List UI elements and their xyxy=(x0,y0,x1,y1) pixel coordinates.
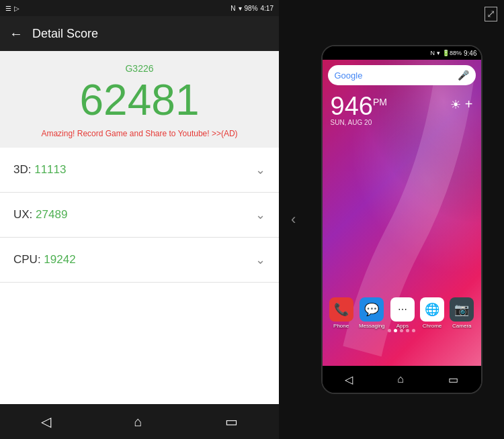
clock-hour: 9 xyxy=(331,92,345,120)
nav-home[interactable]: ⌂ xyxy=(134,414,142,430)
score-area: G3226 62481 Amazing! Record Game and Sha… xyxy=(0,51,279,148)
phone-battery-icon: 🔋88% xyxy=(442,50,462,56)
status-bar: ☰ ▷ N ▾ 98% 4:17 xyxy=(0,0,279,16)
phone-nfc-icon: N xyxy=(431,50,435,56)
back-button[interactable]: ← xyxy=(9,26,23,42)
chrome-icon: 🌐 xyxy=(420,297,444,322)
phone-nav-recent[interactable]: ▭ xyxy=(448,373,458,386)
google-search-bar[interactable]: Google 🎤 xyxy=(328,65,476,85)
ad-banner[interactable]: Amazing! Record Game and Share to Youtub… xyxy=(41,129,237,138)
phone-nav-home[interactable]: ⌂ xyxy=(397,373,404,385)
chevron-cpu: ⌄ xyxy=(255,252,265,267)
apps-icon: ⋯ xyxy=(390,297,415,322)
phone-icon: 📞 xyxy=(329,297,353,322)
time-display: 4:17 xyxy=(261,5,274,12)
battery-text: 98% xyxy=(245,5,258,12)
messaging-icon: 💬 xyxy=(360,297,384,322)
phone-label: Phone xyxy=(333,323,349,329)
chevron-3d: ⌄ xyxy=(255,162,265,177)
app-camera[interactable]: 📷 Camera xyxy=(450,297,474,329)
score-item-ux[interactable]: UX: 27489 ⌄ xyxy=(0,193,279,238)
nav-recent[interactable]: ▭ xyxy=(225,413,238,430)
mic-icon[interactable]: 🎤 xyxy=(458,70,469,81)
notification-icon: ☰ xyxy=(5,5,11,12)
phone-nav-back[interactable]: ◁ xyxy=(345,373,353,386)
app-icons-row: 📞 Phone 💬 Messaging ⋯ Apps 🌐 Chrome 📷 xyxy=(323,297,481,329)
main-score: 62481 xyxy=(80,77,200,124)
phone-clock: 946PM SUN, AUG 20 xyxy=(331,93,387,126)
app-messaging[interactable]: 💬 Messaging xyxy=(359,297,385,329)
toolbar-title: Detail Score xyxy=(32,27,98,41)
signal-icon: ▷ xyxy=(14,5,19,12)
expand-icon[interactable]: ⤢ xyxy=(485,7,497,21)
phone-wifi-icon: ▾ xyxy=(437,50,440,56)
chrome-label: Chrome xyxy=(423,323,442,329)
camera-label: Camera xyxy=(452,323,471,329)
chevron-ux: ⌄ xyxy=(255,207,265,222)
clock-display: 946PM xyxy=(331,93,387,119)
app-toolbar: ← Detail Score xyxy=(0,16,279,51)
device-name: G3226 xyxy=(125,63,153,74)
dot-4 xyxy=(406,329,409,332)
score-label-3d: 3D: 11113 xyxy=(13,163,66,177)
phone-home-screen: Google 🎤 946PM SUN, AUG 20 ☀ + xyxy=(323,60,481,366)
wifi-icon: ▾ xyxy=(239,5,242,12)
nfc-icon: N xyxy=(230,5,235,12)
score-item-3d[interactable]: 3D: 11113 ⌄ xyxy=(0,148,279,193)
phone-status-bar: N ▾ 🔋88% 9:46 xyxy=(323,46,481,60)
apps-label: Apps xyxy=(396,323,409,329)
messaging-label: Messaging xyxy=(359,323,385,329)
app-chrome[interactable]: 🌐 Chrome xyxy=(420,297,444,329)
score-label-cpu: CPU: 19242 xyxy=(13,253,76,266)
clock-ampm: PM xyxy=(373,97,387,107)
status-bar-right: N ▾ 98% 4:17 xyxy=(230,5,274,12)
dots-indicator xyxy=(323,329,481,332)
camera-icon: 📷 xyxy=(450,297,474,322)
google-logo: Google xyxy=(335,70,363,81)
dot-1 xyxy=(388,329,391,332)
dot-2 xyxy=(394,329,397,332)
score-label-ux: UX: 27489 xyxy=(13,208,67,222)
dot-3 xyxy=(400,329,403,332)
app-phone[interactable]: 📞 Phone xyxy=(329,297,353,329)
phone-mockup: N ▾ 🔋88% 9:46 xyxy=(321,45,482,394)
left-panel: ☰ ▷ N ▾ 98% 4:17 ← Detail Score G3226 62… xyxy=(0,0,279,439)
right-panel: ‹ ⤢ N ▾ 🔋88% 9:46 xyxy=(279,0,504,439)
nav-back[interactable]: ◁ xyxy=(41,413,51,430)
nav-bar: ◁ ⌂ ▭ xyxy=(0,404,279,439)
ad-text: Amazing! Record Game and Share to Youtub… xyxy=(41,129,237,138)
score-items: 3D: 11113 ⌄ UX: 27489 ⌄ CPU: 19242 ⌄ xyxy=(0,148,279,404)
clock-date: SUN, AUG 20 xyxy=(331,119,387,126)
phone-nav-bar: ◁ ⌂ ▭ xyxy=(323,366,481,393)
status-bar-left: ☰ ▷ xyxy=(5,5,19,12)
score-item-cpu[interactable]: CPU: 19242 ⌄ xyxy=(0,238,279,283)
weather-plus: + xyxy=(465,97,473,112)
side-back-button[interactable]: ‹ xyxy=(291,211,296,228)
app-apps[interactable]: ⋯ Apps xyxy=(390,297,415,329)
dot-5 xyxy=(412,329,415,332)
clock-minute: 46PM xyxy=(345,92,387,120)
phone-time: 9:46 xyxy=(464,50,476,57)
weather-sun-icon: ☀ xyxy=(450,97,461,112)
phone-weather: ☀ + xyxy=(450,97,473,112)
